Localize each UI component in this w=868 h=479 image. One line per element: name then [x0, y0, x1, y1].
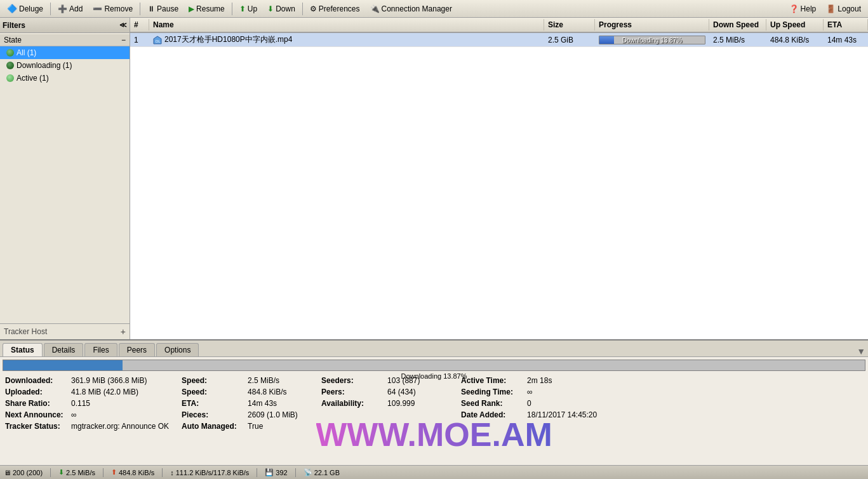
up-speed-value: 484.8 KiB/s [119, 469, 154, 476]
status-col-4: Active Time: 2m 18s Seeding Time: ∞ Seed… [461, 376, 597, 431]
traffic-icon: ↕ [170, 469, 174, 476]
all-icon [6, 49, 14, 57]
deluge-label: Deluge [19, 4, 43, 13]
share-ratio-label: Share Ratio: [5, 399, 69, 408]
auto-managed-label: Auto Managed: [182, 422, 245, 431]
sidebar-item-downloading[interactable]: Downloading (1) [0, 59, 130, 72]
down-button[interactable]: ⬇ Down [263, 3, 300, 15]
status-col-3: Seeders: 103 (887) Peers: 64 (434) Avail… [321, 376, 448, 431]
sidebar-item-active[interactable]: Active (1) [0, 72, 130, 84]
statusbar: 🖥 200 (200) ⬇ 2.5 MiB/s ⬆ 484.8 KiB/s ↕ … [0, 465, 868, 479]
logout-button[interactable]: 🚪 Logout [822, 3, 865, 15]
pause-icon: ⏸ [147, 4, 155, 13]
table-row[interactable]: 1 DL 2017天才枪手HD1080P中字内嵌.mp4 2.5 GiB [130, 33, 868, 47]
peers-label: Peers: [321, 388, 385, 396]
seeding-time-value: ∞ [527, 388, 533, 396]
statusbar-traffic: ↕ 111.2 KiB/s/117.8 KiB/s [170, 469, 249, 476]
filters-title: Filters [3, 21, 25, 30]
connection-manager-button[interactable]: 🔌 Connection Manager [366, 3, 457, 15]
toolbar-right: ❓ Help 🚪 Logout [785, 3, 865, 15]
down-label: Down [276, 4, 295, 13]
resume-label: Resume [196, 4, 225, 13]
torrent-header: # Name Size Progress Down Speed Up Speed [130, 18, 868, 33]
speed-up-label: Speed: [182, 388, 245, 396]
speed-up-value: 484.8 KiB/s [248, 388, 286, 396]
auto-managed-row: Auto Managed: True [182, 422, 309, 431]
dht-icon: 📡 [304, 468, 312, 476]
download-progress-fill [3, 360, 865, 370]
add-button[interactable]: ➕ Add [53, 3, 87, 15]
status-content: Downloaded: 361.9 MiB (366.8 MiB) Upload… [0, 374, 868, 433]
speed-up-row: Speed: 484.8 KiB/s [182, 388, 309, 396]
pieces-value: 2609 (1.0 MiB) [248, 410, 298, 419]
toolbar: 🔷 Deluge ➕ Add ➖ Remove ⏸ Pause ▶ Resume… [0, 0, 868, 18]
eta-label: ETA: [182, 399, 245, 408]
deluge-logo-button[interactable]: 🔷 Deluge [3, 2, 48, 15]
seed-rank-label: Seed Rank: [461, 399, 524, 408]
top-section: Filters ≪ State − All (1) Downloading (1… [0, 18, 868, 339]
seed-rank-value: 0 [527, 399, 531, 408]
statusbar-down-speed: ⬇ 2.5 MiB/s [58, 468, 95, 476]
state-collapse-button[interactable]: − [121, 36, 126, 44]
statusbar-sep-5 [295, 468, 296, 477]
down-speed-icon: ⬇ [58, 468, 64, 476]
col-header-up-speed[interactable]: Up Speed [766, 19, 824, 30]
row-size: 2.5 GiB [544, 35, 595, 45]
connections-icon: 🖥 [4, 469, 11, 476]
col-header-down-speed[interactable]: Down Speed [709, 19, 766, 30]
remove-button[interactable]: ➖ Remove [88, 3, 137, 15]
sidebar-item-active-label: Active (1) [17, 74, 49, 83]
connection-manager-icon: 🔌 [370, 4, 380, 13]
sidebar-item-all-label: All (1) [17, 48, 36, 57]
row-up-speed: 484.8 KiB/s [766, 35, 824, 45]
statusbar-sep-4 [257, 468, 257, 477]
preferences-button[interactable]: ⚙ Preferences [305, 3, 364, 15]
help-button[interactable]: ❓ Help [785, 3, 821, 15]
tracker-host-section: Tracker Host + [0, 323, 130, 339]
filters-collapse-button[interactable]: ≪ [119, 21, 127, 29]
tab-peers[interactable]: Peers [119, 343, 155, 356]
up-speed-icon: ⬆ [111, 468, 117, 476]
dht-value: 22.1 GB [314, 469, 340, 476]
filters-header: Filters ≪ [0, 18, 130, 33]
help-label: Help [801, 4, 817, 13]
traffic-value: 111.2 KiB/s/117.8 KiB/s [176, 469, 250, 476]
tab-files[interactable]: Files [84, 343, 117, 356]
sidebar-item-all[interactable]: All (1) [0, 46, 130, 59]
tracker-status-row: Tracker Status: mgtracker.org: Announce … [5, 422, 169, 431]
tab-details[interactable]: Details [44, 343, 84, 356]
bottom-panel-collapse-button[interactable]: ▼ [857, 346, 865, 356]
date-added-value: 18/11/2017 14:45:20 [527, 410, 597, 419]
tab-options[interactable]: Options [156, 343, 199, 356]
peers-value: 64 (434) [387, 388, 416, 396]
statusbar-sep-3 [162, 468, 163, 477]
sidebar-item-downloading-label: Downloading (1) [17, 61, 72, 70]
state-header: State − [0, 34, 130, 46]
down-speed-value: 2.5 MiB/s [66, 469, 95, 476]
torrent-area: # Name Size Progress Down Speed Up Speed [130, 18, 868, 339]
statusbar-free-space: 💾 392 [265, 468, 287, 476]
col-header-eta[interactable]: ETA [824, 19, 868, 30]
next-announce-row: Next Announce: ∞ [5, 410, 169, 419]
tab-status[interactable]: Status [3, 343, 43, 356]
svg-text:DL: DL [156, 39, 161, 43]
pause-button[interactable]: ⏸ Pause [143, 3, 183, 15]
remove-icon: ➖ [93, 4, 102, 13]
statusbar-dht: 📡 22.1 GB [304, 468, 340, 476]
pause-label: Pause [157, 4, 178, 13]
resume-button[interactable]: ▶ Resume [184, 3, 229, 15]
next-announce-label: Next Announce: [5, 410, 69, 419]
help-icon: ❓ [789, 4, 799, 13]
logout-icon: 🚪 [826, 4, 836, 13]
col-header-name[interactable]: Name [149, 19, 544, 30]
col-header-progress[interactable]: Progress [595, 19, 709, 30]
tracker-status-label: Tracker Status: [5, 422, 69, 431]
status-col-1: Downloaded: 361.9 MiB (366.8 MiB) Upload… [5, 376, 169, 431]
row-eta: 14m 43s [824, 35, 868, 45]
down-icon: ⬇ [267, 4, 274, 13]
add-tracker-host-button[interactable]: + [121, 327, 126, 337]
col-header-size[interactable]: Size [544, 19, 595, 30]
up-button[interactable]: ⬆ Up [235, 3, 262, 15]
row-num: 1 [130, 35, 149, 45]
row-name: DL 2017天才枪手HD1080P中字内嵌.mp4 [149, 34, 544, 46]
